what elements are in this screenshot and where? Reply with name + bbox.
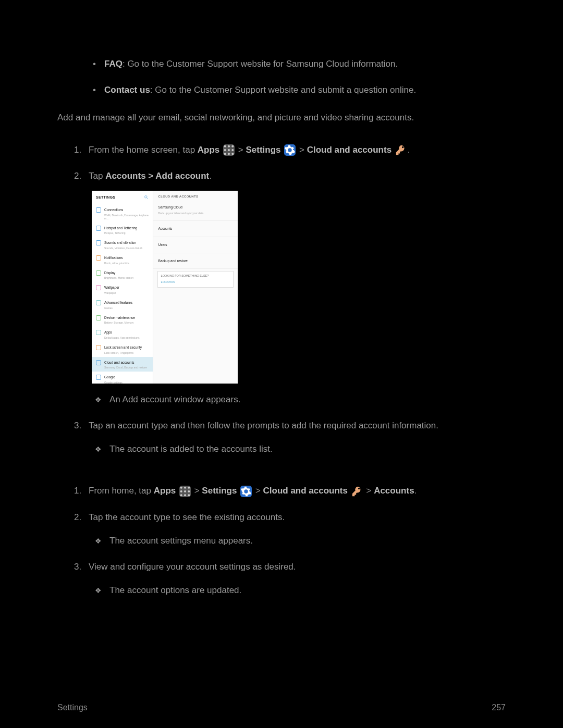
- step-text: View and configure your account settings…: [89, 562, 296, 572]
- mock-item-sub: Battery, Storage, Memory: [104, 321, 150, 324]
- text-prefix: From home, tap: [89, 486, 154, 496]
- mock-box-link: LOCATION: [161, 280, 230, 285]
- mock-sidebar-item: DisplayBrightness, Home screen: [92, 267, 153, 282]
- apps-icon: [179, 486, 191, 497]
- mock-item-icon: [96, 285, 101, 290]
- mock-sidebar-item: NotificationsBlock, allow, prioritize: [92, 252, 153, 267]
- step-text: Tap an account type and then follow the …: [89, 421, 438, 430]
- settings-icon: [284, 144, 296, 156]
- mock-right-item: Samsung CloudBack up your tablet and syn…: [153, 201, 238, 219]
- mock-sidebar-item: Advanced featuresGames: [92, 297, 153, 312]
- svg-point-1: [228, 145, 230, 147]
- svg-point-15: [184, 490, 186, 492]
- intro-text: Add and manage all your email, social ne…: [57, 111, 506, 125]
- separator: >: [366, 486, 374, 496]
- key-icon: [395, 144, 407, 156]
- manage-step-2: Tap the account type to see the existing…: [89, 510, 506, 549]
- key-icon: [351, 486, 363, 497]
- mock-item-title: Apps: [104, 329, 150, 336]
- settings-screenshot: SETTINGS ConnectionsWi-Fi, Bluetooth, Da…: [92, 191, 238, 384]
- mock-item-sub: Wallpaper: [104, 291, 150, 294]
- mock-item-sub: Brightness, Home screen: [104, 276, 150, 279]
- mock-sidebar-title: SETTINGS: [96, 194, 115, 201]
- manage-step-1: From home, tap Apps > Settings > Cloud a…: [89, 483, 506, 499]
- mock-item-sub: Sounds, Vibration, Do not disturb: [104, 246, 150, 250]
- mock-item-sub: Lock screen, Fingerprints: [104, 351, 150, 354]
- mock-item-title: Connections: [104, 207, 150, 213]
- mock-item-icon: [96, 207, 101, 213]
- mock-right-title: Users: [158, 242, 232, 248]
- add-step-3-note: The account is added to the accounts lis…: [109, 441, 506, 458]
- period: .: [414, 486, 417, 496]
- mock-sidebar-item: WallpaperWallpaper: [92, 282, 153, 297]
- footer-section: Settings: [57, 703, 88, 712]
- mock-box-title: LOOKING FOR SOMETHING ELSE?: [161, 274, 230, 279]
- period: .: [408, 145, 410, 155]
- top-bullet-0: FAQ: Go to the Customer Support website …: [104, 57, 506, 71]
- mock-sidebar-item: GoogleGoogle settings: [92, 372, 153, 383]
- mock-right-title: Samsung Cloud: [158, 204, 232, 211]
- mock-sidebar-item: Sounds and vibrationSounds, Vibration, D…: [92, 237, 153, 252]
- cloud-label: Cloud and accounts: [263, 486, 348, 496]
- period: .: [209, 171, 212, 181]
- mock-sidebar: SETTINGS ConnectionsWi-Fi, Bluetooth, Da…: [92, 191, 153, 384]
- svg-point-17: [180, 494, 182, 496]
- mock-item-title: Cloud and accounts: [104, 360, 150, 366]
- mock-sidebar-item: Cloud and accountsSamsung Cloud, Backup …: [92, 357, 153, 372]
- mock-right-sub: Back up your tablet and sync your data.: [158, 211, 232, 216]
- mock-sidebar-item: ConnectionsWi-Fi, Bluetooth, Data usage,…: [92, 204, 153, 223]
- add-step-3: Tap an account type and then follow the …: [89, 418, 506, 457]
- settings-icon: [240, 486, 252, 497]
- footer-page-number: 257: [492, 703, 506, 712]
- mock-right-item: Backup and restore: [153, 255, 238, 267]
- separator: >: [255, 486, 263, 496]
- mock-right-title: Backup and restore: [158, 258, 232, 264]
- separator: >: [194, 486, 202, 496]
- search-icon: [144, 194, 149, 202]
- mock-sidebar-item: Device maintenanceBattery, Storage, Memo…: [92, 312, 153, 327]
- svg-point-11: [180, 487, 182, 489]
- mock-item-sub: Default apps, App permissions: [104, 336, 150, 339]
- mock-right-item: Users: [153, 239, 238, 251]
- mock-item-icon: [96, 255, 101, 261]
- apps-label: Apps: [198, 145, 220, 155]
- separator: >: [299, 145, 307, 155]
- settings-label: Settings: [246, 145, 280, 155]
- manage-step-3-note: The account options are updated.: [109, 583, 506, 599]
- apps-icon: [223, 144, 235, 156]
- mock-item-icon: [96, 375, 101, 380]
- svg-point-19: [188, 494, 190, 496]
- mock-content: CLOUD AND ACCOUNTS Samsung CloudBack up …: [153, 191, 238, 384]
- svg-point-13: [188, 487, 190, 489]
- apps-label: Apps: [154, 486, 176, 496]
- svg-point-2: [231, 145, 234, 147]
- add-step-2-note: An Add account window appears.: [109, 392, 506, 408]
- manage-account-steps: From home, tap Apps > Settings > Cloud a…: [57, 483, 506, 598]
- mock-item-title: Lock screen and security: [104, 344, 150, 351]
- svg-point-14: [180, 490, 182, 492]
- svg-point-4: [228, 149, 230, 151]
- svg-point-3: [224, 149, 226, 151]
- mock-item-icon: [96, 330, 101, 335]
- mock-item-icon: [96, 345, 101, 350]
- svg-point-5: [231, 149, 234, 151]
- mock-sidebar-item: Hotspot and TetheringHotspot, Tethering: [92, 223, 153, 238]
- svg-point-7: [228, 153, 230, 155]
- manage-step-2-note: The account settings menu appears.: [109, 533, 506, 549]
- add-step-2: Tap Accounts > Add account. SETTINGS Con…: [89, 168, 506, 408]
- step-text: Tap the account type to see the existing…: [89, 512, 285, 522]
- svg-line-10: [146, 198, 148, 199]
- mock-item-title: Wallpaper: [104, 285, 150, 291]
- page-footer: Settings 257: [57, 703, 506, 712]
- mock-item-title: Display: [104, 270, 150, 276]
- top-bullet-list: FAQ: Go to the Customer Support website …: [57, 57, 506, 96]
- mock-item-title: Notifications: [104, 255, 150, 261]
- svg-point-18: [184, 494, 186, 496]
- mock-item-icon: [96, 270, 101, 276]
- text-prefix: Tap: [89, 171, 105, 181]
- svg-point-12: [184, 487, 186, 489]
- mock-item-title: Device maintenance: [104, 315, 150, 321]
- mock-item-icon: [96, 240, 101, 245]
- separator: >: [238, 145, 246, 155]
- mock-sidebar-item: AppsDefault apps, App permissions: [92, 327, 153, 342]
